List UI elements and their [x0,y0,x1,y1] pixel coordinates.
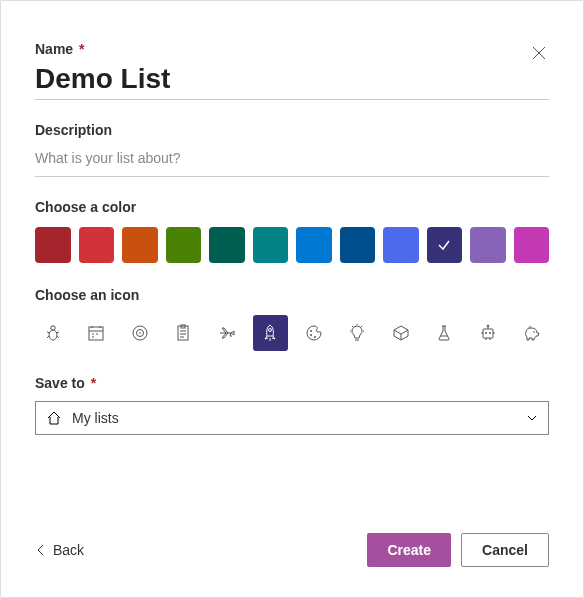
piggy-bank-icon [521,323,541,343]
color-swatch-red[interactable] [79,227,115,263]
color-swatch-pink[interactable] [514,227,550,263]
target-icon [130,323,150,343]
save-to-dropdown[interactable]: My lists [35,401,549,435]
save-to-section: Save to * My lists [35,375,549,435]
icon-row [35,315,549,351]
icon-option-palette[interactable] [296,315,332,351]
svg-point-10 [310,334,312,336]
home-icon [46,410,62,426]
dialog-footer: Back Create Cancel [35,513,549,567]
icon-option-cube[interactable] [383,315,419,351]
description-label: Description [35,122,549,138]
svg-point-8 [269,329,272,332]
color-swatch-teal[interactable] [253,227,289,263]
back-button[interactable]: Back [35,542,84,558]
color-section: Choose a color [35,199,549,287]
icon-option-target[interactable] [122,315,158,351]
color-swatch-blue[interactable] [296,227,332,263]
icon-option-clipboard[interactable] [166,315,202,351]
color-swatch-purple[interactable] [470,227,506,263]
choose-icon-label: Choose an icon [35,287,549,303]
bug-icon [43,323,63,343]
icon-option-flask[interactable] [427,315,463,351]
color-swatch-orange[interactable] [122,227,158,263]
check-icon [436,237,452,253]
chevron-down-icon [526,412,538,424]
save-to-label-text: Save to [35,375,85,391]
name-label: Name * [35,41,549,57]
svg-point-14 [489,332,491,334]
name-input[interactable] [35,63,549,95]
save-to-label: Save to * [35,375,549,391]
back-label: Back [53,542,84,558]
color-swatch-dark-blue[interactable] [340,227,376,263]
rocket-icon [260,323,280,343]
svg-point-11 [314,336,316,338]
svg-point-16 [533,331,535,333]
svg-point-1 [49,330,57,340]
lightbulb-icon [347,323,367,343]
close-button[interactable] [529,43,549,63]
color-swatches [35,227,549,263]
description-field-section: Description [35,122,549,177]
color-swatch-periwinkle[interactable] [383,227,419,263]
save-to-value: My lists [72,410,516,426]
clipboard-icon [173,323,193,343]
icon-option-robot[interactable] [470,315,506,351]
svg-point-5 [139,332,141,334]
palette-icon [304,323,324,343]
cancel-button[interactable]: Cancel [461,533,549,567]
icon-option-piggy-bank[interactable] [514,315,550,351]
flask-icon [434,323,454,343]
svg-point-13 [485,332,487,334]
close-icon [532,46,546,60]
icon-option-airplane[interactable] [209,315,245,351]
icon-option-rocket[interactable] [253,315,289,351]
required-marker: * [79,41,84,57]
icon-option-bug[interactable] [35,315,71,351]
icon-section: Choose an icon [35,287,549,375]
svg-rect-12 [483,329,493,338]
cube-icon [391,323,411,343]
svg-point-9 [310,330,312,332]
chevron-left-icon [35,543,47,557]
color-swatch-green[interactable] [166,227,202,263]
create-list-dialog: Name * Description Choose a color Choose… [0,0,584,598]
color-swatch-dark-red[interactable] [35,227,71,263]
description-input[interactable] [35,144,549,172]
robot-icon [478,323,498,343]
icon-option-calendar[interactable] [79,315,115,351]
required-marker: * [91,375,96,391]
create-button[interactable]: Create [367,533,451,567]
airplane-icon [217,323,237,343]
color-swatch-dark-teal[interactable] [209,227,245,263]
calendar-icon [86,323,106,343]
choose-color-label: Choose a color [35,199,549,215]
icon-option-lightbulb[interactable] [340,315,376,351]
name-field-section: Name * [35,41,549,100]
color-swatch-dark-purple[interactable] [427,227,463,263]
name-label-text: Name [35,41,73,57]
